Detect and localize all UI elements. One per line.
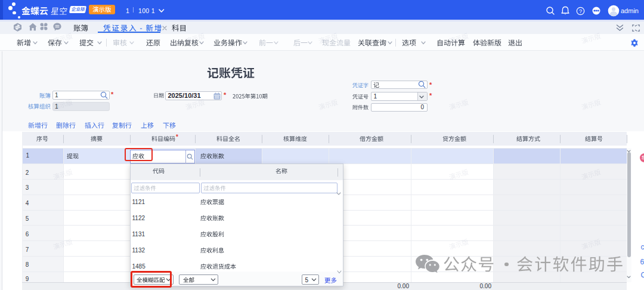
svg-text:?: ?: [579, 8, 582, 14]
